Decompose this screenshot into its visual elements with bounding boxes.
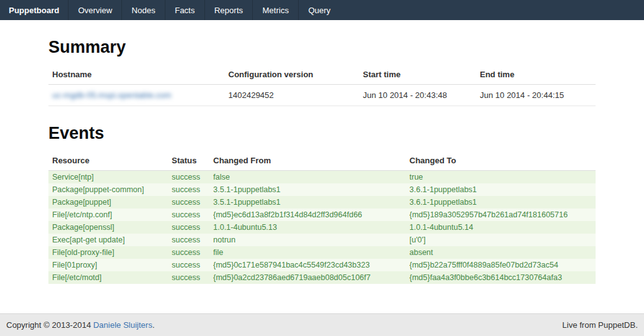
footer-live-status: Live from PuppetDB. — [562, 320, 638, 330]
event-changed-from-cell: {md5}0a2cd23786aed6719aaeb08d05c106f7 — [209, 271, 406, 284]
event-changed-to-cell: {md5}b22a75fff0f4889a85fe07bd2d73ac54 — [406, 259, 596, 271]
summary-col-config-version: Configuration version — [225, 65, 359, 85]
nav-item-overview[interactable]: Overview — [68, 0, 121, 20]
summary-cell-start-time: Jun 10 2014 - 20:43:48 — [359, 85, 476, 106]
summary-cell-config-version: 1402429452 — [225, 85, 359, 106]
event-changed-to-cell: 1.0.1-4ubuntu5.14 — [406, 221, 596, 234]
footer-author-link[interactable]: Daniele Sluijters — [93, 320, 152, 330]
events-col-changed-from: Changed From — [209, 151, 406, 171]
event-changed-to-cell: [u'0'] — [406, 234, 596, 246]
event-row: File[01proxy] success {md5}0c171e587941b… — [48, 259, 596, 271]
summary-col-hostname: Hostname — [48, 65, 225, 85]
event-row: Package[puppet-common] success 3.5.1-1pu… — [48, 183, 596, 196]
footer-copyright: Copyright © 2013-2014 Daniele Sluijters. — [6, 320, 155, 330]
event-resource-cell: Exec[apt-get update] — [48, 234, 168, 246]
event-row: File[old-proxy-file] success file absent — [48, 246, 596, 259]
event-changed-to-cell: {md5}189a3052957b47b261ad74f181605716 — [406, 209, 596, 221]
summary-header-row: Hostname Configuration version Start tim… — [48, 65, 596, 85]
event-resource-cell: Package[puppet-common] — [48, 183, 168, 196]
summary-row: uc-mgdb-05.mspi.opentable.com 1402429452… — [48, 85, 596, 106]
nav-item-metrics[interactable]: Metrics — [252, 0, 298, 20]
event-row: Package[openssl] success 1.0.1-4ubuntu5.… — [48, 221, 596, 234]
event-resource-cell: File[old-proxy-file] — [48, 246, 168, 259]
events-heading: Events — [48, 124, 596, 143]
event-status-cell: success — [168, 234, 209, 246]
event-resource-cell: File[01proxy] — [48, 259, 168, 271]
event-status-cell: success — [168, 259, 209, 271]
event-resource-cell: File[/etc/ntp.conf] — [48, 209, 168, 221]
event-changed-from-cell: notrun — [209, 234, 406, 246]
event-resource-cell: File[/etc/motd] — [48, 271, 168, 284]
event-changed-from-cell: 1.0.1-4ubuntu5.13 — [209, 221, 406, 234]
events-col-resource: Resource — [48, 151, 168, 171]
top-navbar: Puppetboard Overview Nodes Facts Reports… — [0, 0, 644, 20]
summary-cell-end-time: Jun 10 2014 - 20:44:15 — [476, 85, 596, 106]
event-row: Exec[apt-get update] success notrun [u'0… — [48, 234, 596, 246]
events-col-status: Status — [168, 151, 209, 171]
footer-copyright-suffix: . — [152, 320, 155, 330]
event-changed-from-cell: {md5}0c171e587941bac4c5549f23cd43b323 — [209, 259, 406, 271]
event-changed-to-cell: {md5}faa4a3f0bbe6c3b614bcc1730764afa3 — [406, 271, 596, 284]
hostname-link[interactable]: uc-mgdb-05.mspi.opentable.com — [52, 90, 171, 100]
nav-item-nodes[interactable]: Nodes — [121, 0, 165, 20]
event-changed-from-cell: 3.5.1-1puppetlabs1 — [209, 183, 406, 196]
event-changed-to-cell: 3.6.1-1puppetlabs1 — [406, 183, 596, 196]
event-status-cell: success — [168, 271, 209, 284]
event-status-cell: success — [168, 221, 209, 234]
event-row: Package[puppet] success 3.5.1-1puppetlab… — [48, 196, 596, 209]
footer-copyright-text: Copyright © 2013-2014 — [6, 320, 93, 330]
event-status-cell: success — [168, 246, 209, 259]
event-changed-from-cell: 3.5.1-1puppetlabs1 — [209, 196, 406, 209]
event-changed-from-cell: file — [209, 246, 406, 259]
summary-col-start-time: Start time — [359, 65, 476, 85]
event-changed-to-cell: 3.6.1-1puppetlabs1 — [406, 196, 596, 209]
nav-item-facts[interactable]: Facts — [165, 0, 204, 20]
event-changed-from-cell: {md5}ec6d13a8f2b1f314d84d2ff3d964fd66 — [209, 209, 406, 221]
summary-col-end-time: End time — [476, 65, 596, 85]
event-resource-cell: Package[openssl] — [48, 221, 168, 234]
summary-table: Hostname Configuration version Start tim… — [48, 65, 596, 106]
event-resource-cell: Package[puppet] — [48, 196, 168, 209]
nav-item-query[interactable]: Query — [298, 0, 340, 20]
events-table: Resource Status Changed From Changed To … — [48, 151, 596, 284]
event-row: File[/etc/ntp.conf] success {md5}ec6d13a… — [48, 209, 596, 221]
events-header-row: Resource Status Changed From Changed To — [48, 151, 596, 171]
event-resource-cell: Service[ntp] — [48, 171, 168, 184]
event-row: File[/etc/motd] success {md5}0a2cd23786a… — [48, 271, 596, 284]
event-status-cell: success — [168, 171, 209, 184]
event-status-cell: success — [168, 209, 209, 221]
event-status-cell: success — [168, 196, 209, 209]
brand-puppetboard[interactable]: Puppetboard — [0, 0, 68, 20]
events-col-changed-to: Changed To — [406, 151, 596, 171]
event-status-cell: success — [168, 183, 209, 196]
summary-heading: Summary — [48, 38, 596, 57]
summary-cell-hostname: uc-mgdb-05.mspi.opentable.com — [48, 85, 225, 106]
event-changed-from-cell: false — [209, 171, 406, 184]
nav-item-reports[interactable]: Reports — [204, 0, 253, 20]
footer: Copyright © 2013-2014 Daniele Sluijters.… — [0, 313, 644, 336]
event-row: Service[ntp] success false true — [48, 171, 596, 184]
event-changed-to-cell: absent — [406, 246, 596, 259]
event-changed-to-cell: true — [406, 171, 596, 184]
main-content: Summary Hostname Configuration version S… — [0, 20, 644, 313]
